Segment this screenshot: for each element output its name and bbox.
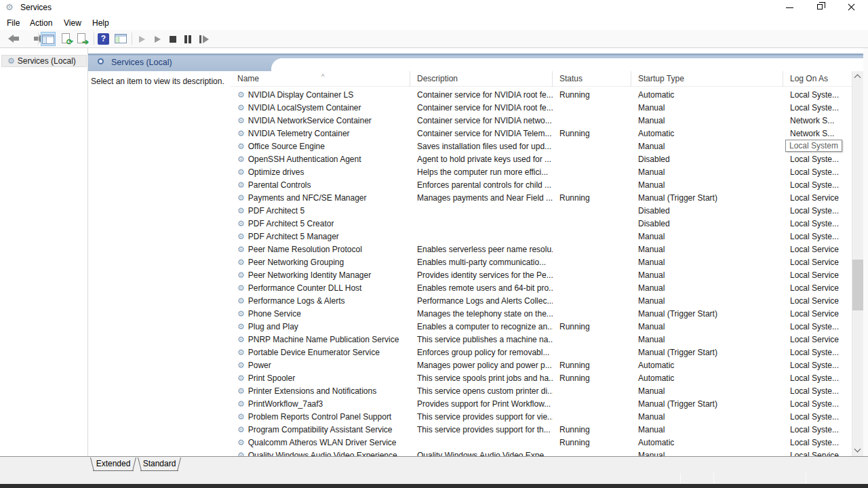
service-status-cell [553, 282, 631, 295]
service-gear-icon: ⚙ [237, 245, 245, 254]
tree-item-label: Services (Local) [18, 56, 76, 66]
column-header-name[interactable]: Name ^ [231, 71, 410, 87]
table-row[interactable]: ⚙Payments and NFC/SE ManagerManages paym… [231, 192, 852, 205]
service-rows: ⚙NVIDIA Display Container LSContainer se… [231, 87, 852, 456]
table-row[interactable]: ⚙PDF Architect 5DisabledLocal Syste... [231, 205, 852, 218]
service-startup-cell: Manual [631, 166, 783, 179]
service-startup-cell: Manual [631, 333, 783, 346]
start-service-button[interactable] [134, 32, 149, 46]
column-header-description[interactable]: Description [410, 71, 553, 87]
help-button[interactable]: ? [96, 32, 111, 46]
table-row[interactable]: ⚙Phone ServiceManages the telephony stat… [231, 308, 852, 321]
restore-icon [817, 4, 823, 9]
restore-button[interactable] [805, 0, 835, 15]
table-row[interactable]: ⚙PrintWorkflow_7aaf3Provides support for… [231, 398, 852, 411]
service-startup-cell: Manual [631, 449, 783, 456]
table-row[interactable]: ⚙Program Compatibility Assistant Service… [231, 424, 852, 436]
table-row[interactable]: ⚙Office Source EngineSaves installation … [231, 140, 852, 153]
service-gear-icon: ⚙ [237, 283, 245, 293]
forward-button[interactable] [19, 32, 34, 46]
service-startup-cell: Manual (Trigger Start) [631, 346, 783, 359]
table-row[interactable]: ⚙Performance Counter DLL HostEnables rem… [231, 282, 852, 295]
restart-service-button[interactable] [196, 32, 211, 46]
export-list-button[interactable]: ➔ [75, 32, 90, 46]
table-row[interactable]: ⚙OpenSSH Authentication AgentAgent to ho… [231, 153, 852, 166]
column-header-log-on-as[interactable]: Log On As [783, 71, 852, 87]
menu-action[interactable]: Action [26, 17, 56, 29]
service-status-cell [553, 333, 631, 346]
stop-service-button[interactable] [165, 32, 180, 46]
start-service-icon [139, 36, 145, 43]
table-row[interactable]: ⚙Quality Windows Audio Video ExperienceQ… [231, 449, 852, 456]
resume-service-button[interactable] [150, 32, 165, 46]
service-description-cell: Container service for NVIDIA root fe... [410, 89, 553, 102]
table-row[interactable]: ⚙Peer Networking Identity ManagerProvide… [231, 269, 852, 282]
table-row[interactable]: ⚙Peer Networking GroupingEnables multi-p… [231, 256, 852, 269]
column-header-startup-type[interactable]: Startup Type [631, 71, 783, 87]
table-row[interactable]: ⚙PDF Architect 5 ManagerManualLocal Syst… [231, 230, 852, 243]
refresh-button[interactable]: ⟳ [60, 32, 75, 46]
tab-extended[interactable]: Extended [90, 458, 136, 471]
service-name-cell: ⚙Quality Windows Audio Video Experience [231, 449, 410, 456]
title-bar: ⚙ Services [0, 0, 868, 15]
table-row[interactable]: ⚙Problem Reports Control Panel SupportTh… [231, 411, 852, 424]
table-row[interactable]: ⚙NVIDIA LocalSystem ContainerContainer s… [231, 102, 852, 115]
service-status-cell: Running [553, 359, 631, 372]
service-description-cell: Container service for NVIDIA netwo... [410, 115, 553, 127]
menu-help[interactable]: Help [88, 17, 113, 29]
table-row[interactable]: ⚙PNRP Machine Name Publication ServiceTh… [231, 333, 852, 346]
show-action-pane-button[interactable] [114, 32, 129, 46]
table-row[interactable]: ⚙Qualcomm Atheros WLAN Driver ServiceRun… [231, 436, 852, 449]
service-gear-icon: ⚙ [237, 155, 245, 164]
service-startup-cell: Manual [631, 243, 783, 256]
tab-standard[interactable]: Standard [138, 458, 181, 471]
service-name-cell: ⚙Payments and NFC/SE Manager [231, 192, 410, 205]
service-name-cell: ⚙NVIDIA NetworkService Container [231, 115, 410, 127]
service-status-cell [553, 398, 631, 411]
service-gear-icon: ⚙ [237, 373, 245, 383]
table-row[interactable]: ⚙Portable Device Enumerator ServiceEnfor… [231, 346, 852, 359]
service-description-cell: This service opens custom printer di... [410, 385, 553, 398]
table-row[interactable]: ⚙PowerManages power policy and power p..… [231, 359, 852, 372]
show-console-tree-button[interactable] [41, 32, 56, 46]
vertical-scrollbar[interactable] [852, 71, 863, 456]
table-row[interactable]: ⚙NVIDIA NetworkService ContainerContaine… [231, 115, 852, 127]
service-name-cell: ⚙Performance Logs & Alerts [231, 295, 410, 308]
service-startup-cell: Manual [631, 102, 783, 115]
table-row[interactable]: ⚙Optimize drivesHelps the computer run m… [231, 166, 852, 179]
tree-item-services-local[interactable]: ⚙Services (Local) [1, 55, 87, 67]
table-row[interactable]: ⚙Printer Extensions and NotificationsThi… [231, 385, 852, 398]
service-gear-icon: ⚙ [237, 193, 245, 203]
service-name-cell: ⚙Plug and Play [231, 321, 410, 333]
table-row[interactable]: ⚙NVIDIA Display Container LSContainer se… [231, 89, 852, 102]
service-startup-cell: Manual [631, 140, 783, 153]
table-row[interactable]: ⚙PDF Architect 5 CreatorDisabledLocal Sy… [231, 218, 852, 230]
back-button[interactable] [3, 32, 18, 46]
table-row[interactable]: ⚙Print SpoolerThis service spools print … [231, 372, 852, 385]
service-description-cell: Manages payments and Near Field ... [410, 192, 553, 205]
pause-service-button[interactable] [180, 32, 195, 46]
menu-view[interactable]: View [60, 17, 85, 29]
table-row[interactable]: ⚙NVIDIA Telemetry ContainerContainer ser… [231, 127, 852, 140]
window-title: Services [20, 3, 52, 12]
service-name-cell: ⚙PNRP Machine Name Publication Service [231, 333, 410, 346]
table-row[interactable]: ⚙Plug and PlayEnables a computer to reco… [231, 321, 852, 333]
scroll-down-button[interactable] [852, 445, 864, 456]
service-description-cell: This service provides support for th... [410, 424, 553, 436]
menu-file[interactable]: File [3, 17, 24, 29]
scroll-up-button[interactable] [852, 71, 864, 83]
service-name-cell: ⚙Performance Counter DLL Host [231, 282, 410, 295]
service-startup-cell: Manual (Trigger Start) [631, 308, 783, 321]
service-gear-icon: ⚙ [237, 142, 245, 151]
table-row[interactable]: ⚙Parental ControlsEnforces parental cont… [231, 179, 852, 192]
minimize-button[interactable] [774, 0, 805, 15]
scrollbar-thumb[interactable] [852, 260, 864, 310]
column-header-status[interactable]: Status [553, 71, 631, 87]
table-row[interactable]: ⚙Peer Name Resolution ProtocolEnables se… [231, 243, 852, 256]
table-row[interactable]: ⚙Performance Logs & AlertsPerformance Lo… [231, 295, 852, 308]
service-logon-cell: Network S... [783, 127, 852, 140]
service-startup-cell: Manual [631, 282, 783, 295]
service-description-cell [410, 230, 553, 243]
close-button[interactable] [836, 0, 867, 15]
service-description-cell: Manages power policy and power p... [410, 359, 553, 372]
